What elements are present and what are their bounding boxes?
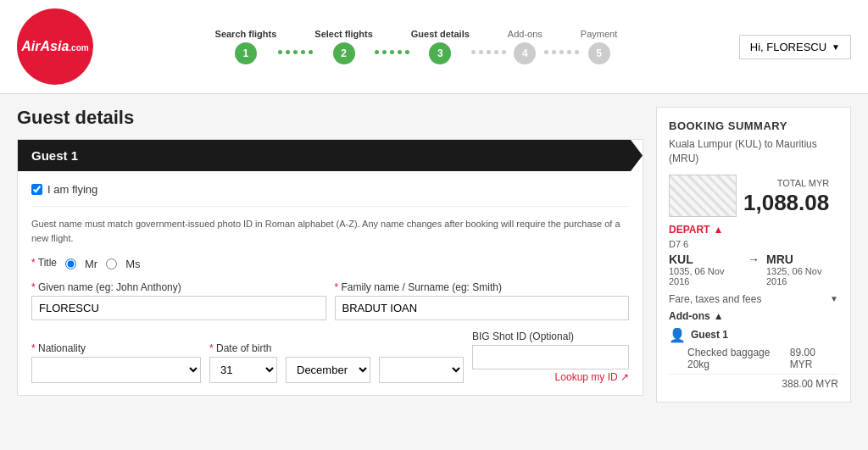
- bigshot-label: BIG Shot ID (Optional): [472, 331, 629, 342]
- bottom-form-row: * Nationality * Date of birth: [31, 331, 629, 383]
- addon-total-amount: 388.00 MYR: [782, 378, 838, 390]
- bigshot-input[interactable]: [472, 345, 629, 369]
- logo-text: AirAsia.com: [21, 38, 88, 54]
- dot: [559, 50, 564, 54]
- dot: [382, 50, 387, 54]
- form-content: Guest details Guest 1 I am flying Guest …: [17, 107, 643, 403]
- step-select-flights: Select flights 2: [314, 29, 372, 64]
- dots-3-4: [470, 50, 508, 54]
- depart-arrow-icon: ▲: [713, 224, 723, 236]
- guest-header: Guest 1: [18, 140, 643, 171]
- dot: [487, 50, 491, 54]
- dob-month-group: December: [286, 357, 370, 383]
- dot: [309, 50, 313, 54]
- booking-route: Kuala Lumpur (KUL) to Mauritius (MRU): [669, 137, 838, 166]
- total-label: TOTAL MYR: [743, 178, 829, 188]
- header: AirAsia.com Search flights 1 Select flig…: [0, 0, 868, 94]
- dropdown-arrow-icon: ▼: [832, 42, 840, 52]
- i-am-flying-label[interactable]: I am flying: [47, 183, 97, 196]
- dob-group: * Date of birth 31: [209, 342, 277, 383]
- step-2-label: Select flights: [314, 29, 372, 39]
- given-name-input[interactable]: [31, 296, 326, 320]
- route-arrow-icon: →: [748, 253, 760, 286]
- family-name-label: * Family name / Surname (eg: Smith): [335, 281, 630, 293]
- step-guest-details: Guest details 3: [411, 29, 470, 64]
- step-4-circle: 4: [514, 42, 536, 64]
- user-menu-button[interactable]: Hi, FLORESCU ▼: [739, 35, 851, 59]
- title-ms-radio[interactable]: [106, 258, 117, 269]
- dot: [390, 50, 394, 54]
- dot: [293, 50, 298, 54]
- from-block: KUL 1035, 06 Nov 2016: [669, 253, 741, 286]
- dob-day-select[interactable]: 31: [209, 357, 277, 383]
- guest-label: Guest 1: [691, 329, 728, 341]
- family-name-input[interactable]: [335, 296, 630, 320]
- baggage-label: Checked baggage 20kg: [687, 347, 790, 370]
- addons-expand-icon: ▲: [714, 310, 724, 322]
- step-3-label: Guest details: [411, 29, 470, 39]
- logo: AirAsia.com: [17, 8, 93, 85]
- from-code: KUL: [669, 253, 741, 266]
- i-am-flying-checkbox[interactable]: [31, 184, 42, 195]
- arrive-time: 1325, 06 Nov 2016: [766, 266, 838, 286]
- dots-4-5: [542, 50, 581, 54]
- title-mr-radio[interactable]: [65, 258, 76, 269]
- dot: [405, 50, 409, 54]
- i-am-flying-row: I am flying: [31, 183, 629, 196]
- fare-image-placeholder: [669, 175, 737, 217]
- dot: [398, 50, 402, 54]
- person-icon: 👤: [669, 327, 686, 343]
- step-5-circle: 5: [588, 42, 610, 64]
- dob-year-select[interactable]: [379, 357, 464, 383]
- dot: [494, 50, 498, 54]
- fare-taxes-row[interactable]: Fare, taxes and fees ▼: [669, 293, 838, 305]
- to-block: MRU 1325, 06 Nov 2016: [766, 253, 838, 286]
- flight-number: D7 6: [669, 239, 838, 249]
- addon-total: 388.00 MYR: [669, 374, 838, 390]
- guest-row: 👤 Guest 1: [669, 327, 838, 343]
- page-title: Guest details: [17, 107, 643, 129]
- given-name-label: * Given name (eg: John Anthony): [31, 281, 326, 293]
- given-name-group: * Given name (eg: John Anthony): [31, 281, 326, 320]
- main-content: Guest details Guest 1 I am flying Guest …: [0, 94, 868, 415]
- title-ms-label[interactable]: Ms: [125, 258, 140, 270]
- name-row: * Given name (eg: John Anthony) * Family…: [31, 281, 629, 320]
- dots-2-3: [373, 50, 411, 54]
- nationality-select[interactable]: [31, 357, 201, 383]
- fare-label: Fare, taxes and fees: [669, 293, 761, 305]
- step-payment: Payment 5: [581, 29, 617, 64]
- step-4-label: Add-ons: [508, 29, 542, 39]
- addons-section: Add-ons ▲ 👤 Guest 1 Checked baggage 20kg…: [669, 310, 838, 390]
- guest-block: Guest 1 I am flying Guest name must matc…: [17, 139, 643, 396]
- step-search-flights: Search flights 1: [215, 29, 277, 64]
- user-greeting: Hi, FLORESCU: [750, 41, 826, 53]
- dot: [552, 50, 556, 54]
- dot: [301, 50, 305, 54]
- depart-time: 1035, 06 Nov 2016: [669, 266, 741, 286]
- dot: [575, 50, 579, 54]
- dob-label: * Date of birth: [209, 342, 277, 354]
- addons-label: Add-ons ▲: [669, 310, 838, 322]
- title-label: * Title: [31, 257, 57, 269]
- step-addons: Add-ons 4: [508, 29, 542, 64]
- step-2-circle: 2: [333, 42, 355, 64]
- step-1-circle: 1: [235, 42, 257, 64]
- dot: [567, 50, 571, 54]
- total-block: TOTAL MYR 1,088.08: [743, 178, 829, 214]
- dot: [278, 50, 282, 54]
- nationality-group: * Nationality: [31, 342, 201, 383]
- dob-month-select[interactable]: December: [286, 357, 370, 383]
- guest-body: I am flying Guest name must match govern…: [18, 171, 643, 395]
- dot: [502, 50, 506, 54]
- baggage-price: 89.00 MYR: [790, 347, 838, 370]
- depart-label: DEPART ▲: [669, 224, 838, 236]
- notice-text: Guest name must match government-issued …: [31, 206, 629, 245]
- title-mr-label[interactable]: Mr: [85, 258, 97, 270]
- depart-section: DEPART ▲ D7 6 KUL 1035, 06 Nov 2016 → MR…: [669, 224, 838, 286]
- dot: [286, 50, 290, 54]
- steps-nav: Search flights 1 Select flights 2 Guest …: [93, 29, 739, 64]
- family-name-group: * Family name / Surname (eg: Smith): [335, 281, 630, 320]
- total-amount: 1,088.08: [743, 192, 829, 214]
- dot: [471, 50, 476, 54]
- lookup-my-id-link[interactable]: Lookup my ID ↗: [472, 371, 629, 383]
